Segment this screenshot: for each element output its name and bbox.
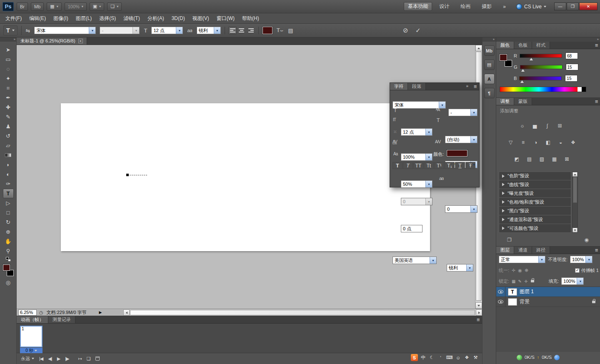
tab-masks[interactable]: 蒙版 <box>514 98 532 105</box>
anti-alias-select[interactable]: 锐利 <box>197 27 221 34</box>
expand-triangle-icon[interactable] <box>502 227 505 230</box>
panel-menu-icon[interactable]: ≣ <box>595 43 598 47</box>
red-value-field[interactable]: 68 <box>565 52 578 59</box>
menu-select[interactable]: 选择(S) <box>95 13 120 24</box>
exposure-icon[interactable]: ⊞ <box>555 122 565 130</box>
levels-icon[interactable]: ▅ <box>530 122 540 130</box>
green-value-field[interactable]: 15 <box>566 64 578 70</box>
color-balance-icon[interactable]: ◑ <box>530 139 541 146</box>
tab-channels[interactable]: 通道 <box>514 247 532 254</box>
menu-3d[interactable]: 3D(D) <box>168 13 189 24</box>
panel-menu-icon[interactable]: ≣ <box>477 317 480 322</box>
selective-color-icon[interactable]: ⊠ <box>562 155 572 163</box>
blue-slider[interactable] <box>519 76 562 80</box>
text-orientation-icon[interactable]: ⇋ <box>25 27 31 34</box>
bridge-button[interactable]: Br <box>17 2 28 11</box>
presets-scrollbar[interactable] <box>572 172 578 233</box>
eyedropper-tool[interactable]: ✒ <box>3 93 14 102</box>
layer-thumbnail[interactable] <box>508 298 517 306</box>
font-size-select[interactable]: 12 点 <box>151 27 183 34</box>
posterize-icon[interactable]: ▤ <box>524 155 535 163</box>
tab-adjustments[interactable]: 调整 <box>496 98 514 105</box>
font-style-select[interactable]: - <box>100 27 140 34</box>
red-slider[interactable] <box>520 54 562 58</box>
layer-visibility-toggle[interactable] <box>496 297 505 307</box>
preset-hue-saturation[interactable]: "色相/饱和度"预设 <box>499 198 571 207</box>
language-select[interactable]: 美国英语 <box>392 257 437 264</box>
menu-layer[interactable]: 图层(L) <box>72 13 96 24</box>
zoom-tool[interactable]: ⚲ <box>3 246 14 256</box>
panel-overflow-icon[interactable]: » <box>466 84 468 88</box>
language-mode-icon[interactable]: 中 <box>420 354 427 361</box>
layer-visibility-toggle[interactable] <box>496 287 505 297</box>
foreground-color-swatch[interactable] <box>3 264 10 271</box>
eraser-tool[interactable]: ▱ <box>3 141 14 150</box>
photo-filter-icon[interactable]: ◒ <box>555 139 566 146</box>
history-brush-tool[interactable]: ↺ <box>3 131 14 141</box>
collapse-dock-icon[interactable]: ›› <box>496 37 600 42</box>
character-panel-icon[interactable]: A <box>484 74 495 84</box>
zoom-percentage-field[interactable]: 6.25% <box>18 309 37 316</box>
menu-help[interactable]: 帮助(H) <box>238 13 263 24</box>
menu-edit[interactable]: 编辑(E) <box>25 13 50 24</box>
layer-thumbnail[interactable]: T <box>508 288 517 296</box>
blue-value-field[interactable]: 15 <box>565 75 578 82</box>
expanded-view-icon[interactable]: ❐ <box>507 237 512 243</box>
blend-mode-select[interactable]: 正常 <box>499 256 545 263</box>
small-caps-button[interactable]: Tt <box>424 162 434 169</box>
shape-tool[interactable]: □ <box>3 208 14 217</box>
move-tool[interactable]: ➤ <box>3 45 14 55</box>
scroll-up-button[interactable] <box>572 172 578 177</box>
tab-layers[interactable]: 图层 <box>496 247 514 254</box>
scroll-down-button[interactable] <box>475 302 482 309</box>
preset-curves[interactable]: "曲线"预设 <box>499 180 571 189</box>
healing-brush-tool[interactable]: ✚ <box>3 102 14 112</box>
frame-delay-select[interactable]: 0 秒 <box>20 348 42 353</box>
workspace-basic-button[interactable]: 基本功能 <box>404 2 432 11</box>
dodge-tool[interactable]: ◐ <box>3 170 14 179</box>
brightness-contrast-icon[interactable]: ☼ <box>517 122 528 130</box>
layer-name[interactable]: 图层 1 <box>520 288 534 295</box>
tab-character[interactable]: 字符 <box>390 83 408 90</box>
menu-window[interactable]: 窗口(W) <box>213 13 238 24</box>
lock-transparency-icon[interactable]: ▦ <box>512 279 515 284</box>
tab-styles[interactable]: 样式 <box>532 42 550 49</box>
tween-button[interactable]: ↦ <box>78 356 81 362</box>
first-frame-button[interactable]: |◀ <box>39 356 43 362</box>
brush-tool[interactable]: ✎ <box>3 112 14 122</box>
panel-menu-icon[interactable]: ≣ <box>595 248 598 252</box>
align-right-button[interactable] <box>247 27 255 34</box>
commit-edits-button[interactable]: ✓ <box>415 27 421 34</box>
cancel-edits-button[interactable]: ⊘ <box>403 27 408 34</box>
vertical-scale-field[interactable]: 100% <box>401 153 432 161</box>
histogram-panel-icon[interactable]: ▤ <box>484 60 495 70</box>
background-color-swatch[interactable] <box>505 60 512 67</box>
expand-triangle-icon[interactable] <box>502 200 505 204</box>
layer-row-1[interactable]: T 图层 1 <box>496 287 600 297</box>
curves-icon[interactable]: ∫ <box>542 122 552 130</box>
document-tab[interactable]: 未标题-1 @ 6.25%(RGB/8) ✕ <box>17 37 87 45</box>
delete-frame-button[interactable] <box>95 357 100 361</box>
preset-selective-color[interactable]: "可选颜色"预设 <box>499 224 571 233</box>
propagate-frame-checkbox[interactable] <box>575 268 580 273</box>
horizontal-scroll-thumb[interactable] <box>130 310 475 315</box>
foreground-color-swatch[interactable] <box>500 54 507 61</box>
loop-mode-select[interactable]: 永远 <box>21 356 34 362</box>
all-caps-button[interactable]: TT <box>413 162 423 169</box>
superscript-button[interactable]: T¹ <box>434 162 444 169</box>
duplicate-frame-button[interactable]: ❏ <box>87 356 90 362</box>
play-button[interactable]: ▶ <box>57 356 60 362</box>
cs-live-button[interactable]: CS Live <box>516 4 546 10</box>
vibrance-icon[interactable]: ▽ <box>505 139 516 146</box>
collapse-panels-icon[interactable]: ›› <box>482 37 496 42</box>
toggle-visibility-icon[interactable]: ◉ <box>585 237 589 243</box>
document-canvas[interactable] <box>61 103 430 251</box>
menu-filter[interactable]: 滤镜(T) <box>120 13 143 24</box>
type-tool[interactable]: T <box>3 189 14 198</box>
path-selection-tool[interactable]: ▷ <box>3 198 14 208</box>
tab-paragraph[interactable]: 段落 <box>408 83 426 90</box>
scroll-up-button[interactable] <box>475 45 482 51</box>
toggle-panels-icon[interactable]: ▤ <box>288 27 293 34</box>
view-extras-button[interactable]: ▦ <box>47 2 61 11</box>
opacity-field[interactable]: 100% <box>570 256 592 263</box>
